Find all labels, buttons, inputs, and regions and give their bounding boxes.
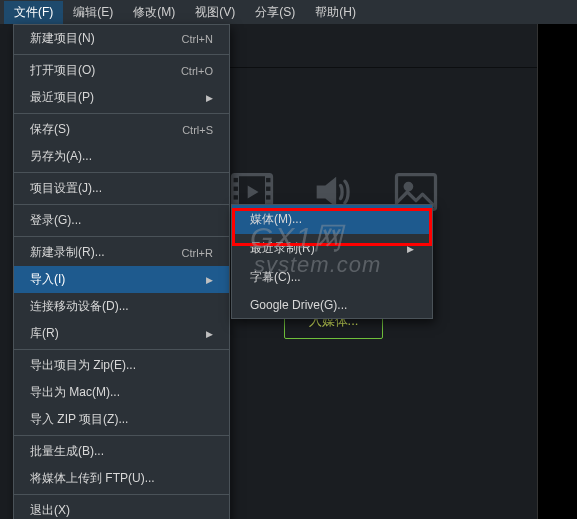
menu-help[interactable]: 帮助(H)	[305, 1, 366, 24]
separator	[14, 494, 229, 495]
shortcut: Ctrl+S	[182, 124, 213, 136]
label: 新建项目(N)	[30, 30, 95, 47]
label: 库(R)	[30, 325, 59, 342]
svg-rect-20	[266, 195, 270, 199]
menu-save[interactable]: 保存(S)Ctrl+S	[14, 116, 229, 143]
svg-point-24	[405, 183, 412, 190]
label: 导入(I)	[30, 271, 65, 288]
menu-new-project[interactable]: 新建项目(N)Ctrl+N	[14, 25, 229, 52]
label: 新建录制(R)...	[30, 244, 105, 261]
menu-batch[interactable]: 批量生成(B)...	[14, 438, 229, 465]
separator	[14, 236, 229, 237]
label: 项目设置(J)...	[30, 180, 102, 197]
label: 保存(S)	[30, 121, 70, 138]
svg-rect-16	[233, 195, 237, 199]
chevron-right-icon: ▶	[206, 275, 213, 285]
menubar: 文件(F) 编辑(E) 修改(M) 视图(V) 分享(S) 帮助(H)	[0, 0, 577, 24]
menu-new-recording[interactable]: 新建录制(R)...Ctrl+R	[14, 239, 229, 266]
menu-export-mac[interactable]: 导出为 Mac(M)...	[14, 379, 229, 406]
menu-library[interactable]: 库(R)▶	[14, 320, 229, 347]
shortcut: Ctrl+R	[182, 247, 213, 259]
menu-import[interactable]: 导入(I)▶	[14, 266, 229, 293]
submenu-media[interactable]: 媒体(M)...	[232, 205, 432, 234]
label: 另存为(A)...	[30, 148, 92, 165]
menu-open-project[interactable]: 打开项目(O)Ctrl+O	[14, 57, 229, 84]
menu-save-as[interactable]: 另存为(A)...	[14, 143, 229, 170]
svg-rect-14	[233, 178, 237, 182]
menu-recent-projects[interactable]: 最近项目(P)▶	[14, 84, 229, 111]
label: 批量生成(B)...	[30, 443, 104, 460]
chevron-right-icon: ▶	[206, 329, 213, 339]
menu-project-settings[interactable]: 项目设置(J)...	[14, 175, 229, 202]
label: 打开项目(O)	[30, 62, 95, 79]
menu-modify[interactable]: 修改(M)	[123, 1, 185, 24]
menu-file[interactable]: 文件(F)	[4, 1, 63, 24]
svg-rect-19	[266, 187, 270, 191]
separator	[14, 113, 229, 114]
preview-strip	[537, 24, 577, 519]
separator	[14, 54, 229, 55]
menu-login[interactable]: 登录(G)...	[14, 207, 229, 234]
menu-import-zip[interactable]: 导入 ZIP 项目(Z)...	[14, 406, 229, 433]
menu-edit[interactable]: 编辑(E)	[63, 1, 123, 24]
separator	[14, 172, 229, 173]
label: 退出(X)	[30, 502, 70, 519]
menu-export-zip[interactable]: 导出项目为 Zip(E)...	[14, 352, 229, 379]
submenu-google-drive[interactable]: Google Drive(G)...	[232, 292, 432, 318]
menu-exit[interactable]: 退出(X)	[14, 497, 229, 519]
menu-share[interactable]: 分享(S)	[245, 1, 305, 24]
svg-rect-18	[266, 178, 270, 182]
menu-upload-ftp[interactable]: 将媒体上传到 FTP(U)...	[14, 465, 229, 492]
svg-rect-15	[233, 187, 237, 191]
shortcut: Ctrl+O	[181, 65, 213, 77]
label: 导出项目为 Zip(E)...	[30, 357, 136, 374]
label: 连接移动设备(D)...	[30, 298, 129, 315]
svg-marker-22	[247, 186, 258, 199]
shortcut: Ctrl+N	[182, 33, 213, 45]
separator	[14, 435, 229, 436]
label: 导出为 Mac(M)...	[30, 384, 120, 401]
chevron-right-icon: ▶	[407, 244, 414, 254]
submenu-subtitle[interactable]: 字幕(C)...	[232, 263, 432, 292]
chevron-right-icon: ▶	[206, 93, 213, 103]
menu-connect-mobile[interactable]: 连接移动设备(D)...	[14, 293, 229, 320]
separator	[14, 349, 229, 350]
menu-view[interactable]: 视图(V)	[185, 1, 245, 24]
import-submenu: 媒体(M)... 最近录制(R)▶ 字幕(C)... Google Drive(…	[231, 204, 433, 319]
separator	[14, 204, 229, 205]
file-dropdown: 新建项目(N)Ctrl+N 打开项目(O)Ctrl+O 最近项目(P)▶ 保存(…	[13, 24, 230, 519]
label: 导入 ZIP 项目(Z)...	[30, 411, 128, 428]
submenu-recent-recording[interactable]: 最近录制(R)▶	[232, 234, 432, 263]
label: 将媒体上传到 FTP(U)...	[30, 470, 155, 487]
label: 最近录制(R)	[250, 240, 315, 257]
label: 最近项目(P)	[30, 89, 94, 106]
label: 登录(G)...	[30, 212, 81, 229]
